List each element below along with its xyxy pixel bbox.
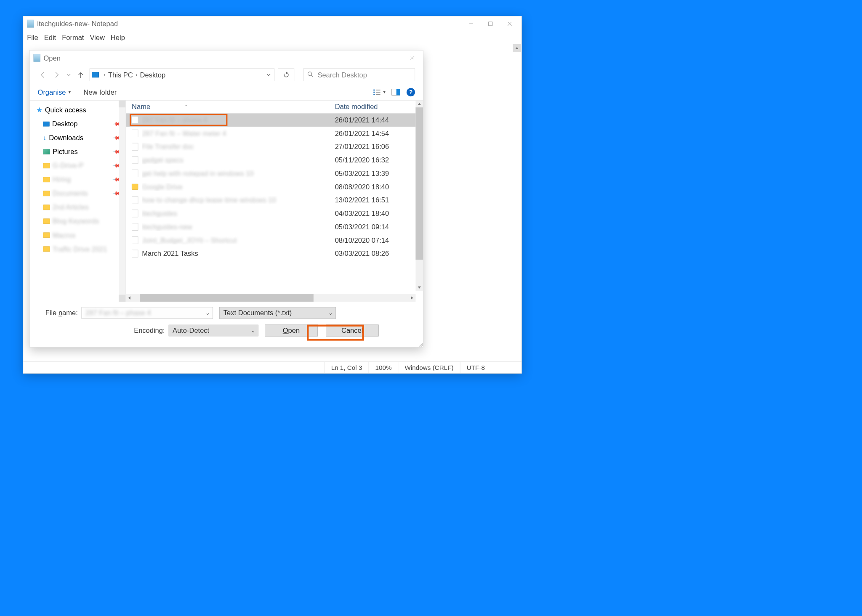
file-row[interactable]: 287 Fan fit – phase 426/01/2021 14:44 bbox=[126, 113, 423, 127]
nav-forward-button[interactable] bbox=[52, 70, 62, 80]
folder-icon bbox=[43, 218, 50, 224]
file-row[interactable]: itechguides04/03/2021 18:40 bbox=[126, 207, 423, 220]
dialog-toolbar: Organise ▼ New folder ▼ ? bbox=[29, 84, 423, 100]
tree-item[interactable]: Documents📌 bbox=[36, 186, 126, 200]
file-row[interactable]: March 2021 Tasks03/03/2021 08:26 bbox=[126, 247, 423, 260]
tree-item[interactable]: Macros bbox=[36, 228, 126, 242]
refresh-button[interactable] bbox=[278, 69, 294, 81]
dialog-title: Open bbox=[44, 54, 61, 62]
folder-icon bbox=[43, 163, 50, 168]
file-date: 13/02/2021 16:51 bbox=[335, 196, 423, 204]
dialog-close-button[interactable] bbox=[404, 53, 420, 63]
file-icon bbox=[132, 170, 138, 177]
dialog-body: ★Quick accessDesktop📌↓Downloads📌Pictures… bbox=[29, 100, 423, 302]
file-row[interactable]: itechguides-new05/03/2021 09:14 bbox=[126, 220, 423, 234]
search-input[interactable]: Search Desktop bbox=[303, 69, 415, 81]
file-name: 287 Fan fit – phase 4 bbox=[142, 116, 335, 124]
view-mode-button[interactable]: ▼ bbox=[373, 89, 386, 95]
menu-file[interactable]: File bbox=[27, 33, 38, 42]
file-date: 04/03/2021 18:40 bbox=[335, 210, 423, 218]
svg-rect-1 bbox=[489, 22, 492, 26]
cancel-button[interactable]: Cancel bbox=[326, 325, 379, 337]
file-row[interactable]: Google Drive08/08/2020 18:40 bbox=[126, 180, 423, 194]
tree-scrollbar[interactable] bbox=[119, 101, 126, 302]
column-name[interactable]: Name bbox=[132, 103, 150, 111]
file-name: itechguides bbox=[142, 210, 335, 218]
list-view-icon bbox=[373, 89, 381, 95]
file-vscrollbar[interactable] bbox=[415, 101, 423, 291]
file-date: 27/01/2021 16:06 bbox=[335, 143, 423, 151]
file-row[interactable]: how to change dhcp lease time windows 10… bbox=[126, 194, 423, 207]
nav-back-button[interactable] bbox=[38, 70, 48, 80]
tree-item[interactable]: Hiring📌 bbox=[36, 173, 126, 186]
folder-icon bbox=[43, 246, 50, 252]
filename-label: File name: bbox=[38, 309, 82, 317]
folder-icon bbox=[43, 177, 50, 182]
tree-item-label: G-Drive-P bbox=[53, 162, 83, 170]
tree-item[interactable]: Traffic Drive 2021 bbox=[36, 242, 126, 256]
file-name: Joint_Budget_JOYit – Shortcut bbox=[142, 236, 335, 244]
tree-item[interactable]: 2nd Articles bbox=[36, 200, 126, 214]
file-icon bbox=[132, 130, 138, 137]
filename-input[interactable]: 287 Fan fit – phase 4 ⌄ bbox=[82, 307, 213, 319]
encoding-select[interactable]: Auto-Detect ⌄ bbox=[168, 325, 258, 337]
file-hscrollbar[interactable] bbox=[126, 294, 415, 302]
dialog-nav-row: › This PC › Desktop Search Desktop bbox=[29, 66, 423, 84]
svg-point-7 bbox=[308, 72, 312, 75]
download-icon: ↓ bbox=[43, 134, 46, 142]
file-date: 08/10/2020 07:14 bbox=[335, 236, 423, 244]
file-row[interactable]: 287 Fan fit – Water meter 426/01/2021 14… bbox=[126, 127, 423, 140]
tree-item-label: Pictures bbox=[53, 148, 78, 156]
nav-up-button[interactable] bbox=[76, 70, 86, 80]
scroll-up-icon[interactable] bbox=[513, 44, 521, 52]
resize-grip[interactable] bbox=[418, 342, 423, 346]
notepad-statusbar: Ln 1, Col 3 100% Windows (CRLF) UTF-8 bbox=[23, 361, 521, 373]
minimize-button[interactable] bbox=[462, 18, 481, 29]
help-button[interactable]: ? bbox=[407, 88, 415, 96]
filetype-select[interactable]: Text Documents (*.txt) ⌄ bbox=[219, 307, 336, 319]
chevron-down-icon[interactable] bbox=[266, 72, 271, 77]
nav-tree[interactable]: ★Quick accessDesktop📌↓Downloads📌Pictures… bbox=[29, 101, 126, 302]
chevron-down-icon: ▼ bbox=[67, 90, 72, 94]
file-date: 08/08/2020 18:40 bbox=[335, 183, 423, 191]
tree-item-label: Desktop bbox=[52, 120, 78, 128]
menu-edit[interactable]: Edit bbox=[44, 33, 56, 42]
open-button[interactable]: Open bbox=[265, 325, 318, 337]
file-row[interactable]: gadget specs05/11/2020 16:32 bbox=[126, 153, 423, 167]
nav-recent-button[interactable] bbox=[66, 70, 72, 80]
svg-rect-16 bbox=[396, 89, 400, 95]
tree-item-label: Blog Keywords bbox=[53, 217, 99, 226]
maximize-button[interactable] bbox=[481, 18, 500, 29]
column-date[interactable]: Date modified bbox=[335, 103, 423, 111]
tree-item[interactable]: Pictures📌 bbox=[36, 145, 126, 159]
notepad-titlebar[interactable]: itechguides-new - Notepad bbox=[23, 16, 521, 32]
file-row[interactable]: Joint_Budget_JOYit – Shortcut08/10/2020 … bbox=[126, 234, 423, 247]
new-folder-button[interactable]: New folder bbox=[83, 88, 117, 96]
status-position: Ln 1, Col 3 bbox=[325, 362, 369, 373]
file-name: 287 Fan fit – Water meter 4 bbox=[142, 129, 335, 138]
tree-item[interactable]: G-Drive-P📌 bbox=[36, 159, 126, 173]
dialog-titlebar[interactable]: Open bbox=[29, 50, 423, 66]
breadcrumb-this-pc[interactable]: This PC bbox=[108, 71, 133, 79]
tree-item[interactable]: Blog Keywords bbox=[36, 214, 126, 228]
preview-pane-button[interactable] bbox=[391, 89, 400, 95]
close-button[interactable] bbox=[500, 18, 519, 29]
tree-item[interactable]: Desktop📌 bbox=[36, 117, 126, 131]
menu-help[interactable]: Help bbox=[111, 33, 125, 42]
organise-button[interactable]: Organise ▼ bbox=[38, 88, 72, 96]
menu-view[interactable]: View bbox=[90, 33, 104, 42]
tree-item-label: Macros bbox=[53, 231, 75, 239]
file-row[interactable]: File Transfer doc27/01/2021 16:06 bbox=[126, 140, 423, 154]
address-bar[interactable]: › This PC › Desktop bbox=[90, 69, 274, 81]
tree-item[interactable]: ↓Downloads📌 bbox=[36, 131, 126, 145]
file-icon bbox=[132, 210, 138, 217]
folder-icon bbox=[43, 232, 50, 238]
file-row[interactable]: get help with notepad in windows 1005/03… bbox=[126, 167, 423, 180]
tree-item-label: Documents bbox=[53, 189, 88, 198]
file-list-header[interactable]: Name ⌃ Date modified bbox=[126, 101, 423, 113]
search-icon bbox=[307, 71, 313, 79]
menu-format[interactable]: Format bbox=[62, 33, 84, 42]
tree-item[interactable]: ★Quick access bbox=[36, 103, 126, 117]
file-icon bbox=[132, 143, 138, 151]
breadcrumb-desktop[interactable]: Desktop bbox=[140, 71, 166, 79]
